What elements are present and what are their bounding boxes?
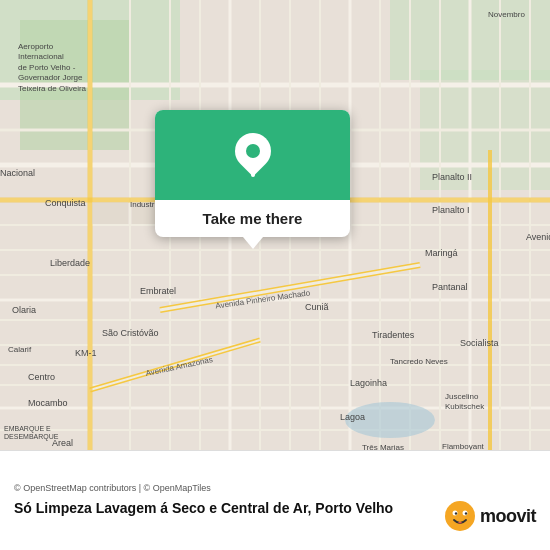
place-name-text: Só Limpeza Lavagem á Seco e Central de A…	[14, 500, 393, 516]
svg-point-45	[345, 402, 435, 438]
moovit-face-icon	[444, 500, 476, 532]
svg-point-49	[455, 512, 457, 514]
map-attribution: © OpenStreetMap contributors | © OpenMap…	[14, 483, 536, 493]
svg-point-50	[465, 512, 467, 514]
location-pin-icon	[235, 133, 271, 177]
map-container: AeroportoInternacionalde Porto Velho -Go…	[0, 0, 550, 450]
moovit-text: moovit	[480, 506, 536, 527]
svg-point-46	[445, 501, 475, 531]
moovit-logo: moovit	[444, 500, 536, 532]
take-me-there-button[interactable]: Take me there	[155, 200, 350, 237]
popup-image	[155, 110, 350, 200]
bottom-panel: © OpenStreetMap contributors | © OpenMap…	[0, 450, 550, 550]
svg-rect-41	[92, 202, 128, 224]
map-popup[interactable]: Take me there	[155, 110, 350, 237]
